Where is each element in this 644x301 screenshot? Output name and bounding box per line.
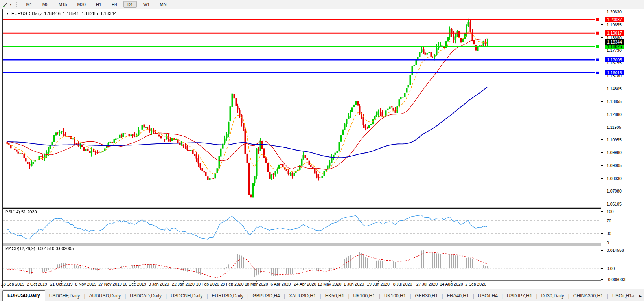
axis-tick-mark	[601, 204, 603, 204]
date-axis-label: 27 Nov 2019	[98, 282, 122, 286]
tab-uk100-h1-10[interactable]: UK100,H1	[380, 292, 410, 301]
hline-price-badge: 1.17005	[605, 57, 624, 62]
date-axis-label: 28 Feb 2020	[221, 282, 244, 286]
timeframe-button-mn[interactable]: MN	[156, 1, 171, 8]
price-axis: 1.206301.196551.186801.177301.167551.157…	[601, 9, 644, 281]
tab-usdjpy-h1-14[interactable]: USDJPY,H1	[503, 292, 536, 301]
crosshair-tool-icon[interactable]	[1, 1, 9, 7]
axis-tick-mark	[601, 63, 603, 63]
axis-tick-mark	[601, 268, 603, 269]
toolbar-grip-handle[interactable]	[16, 2, 18, 7]
tab-hk50-h1-8[interactable]: HK50,H1	[321, 292, 348, 301]
timeframe-button-h1[interactable]: H1	[92, 1, 105, 8]
price-axis-tick: 1.14805	[607, 86, 622, 91]
axis-tick-mark	[601, 243, 603, 243]
hline-price-badge: 1.20037	[605, 17, 624, 22]
date-axis-label: 19 Jun 2020	[367, 282, 390, 286]
symbol-dropdown-icon[interactable]: ▼	[6, 12, 9, 15]
tab-usdchf-daily-1[interactable]: USDCHF,Daily	[45, 292, 84, 301]
tab-eurusd-daily-0[interactable]: EURUSD,Daily	[2, 290, 45, 301]
tab-china300-h1-16[interactable]: CHINA300,H1	[569, 292, 607, 301]
rsi-axis-tick: 30	[607, 231, 611, 236]
date-axis-label: 1 Jun 2020	[344, 282, 364, 286]
timeframe-button-m5[interactable]: M5	[39, 1, 52, 8]
timeframe-button-m30[interactable]: M30	[74, 1, 90, 8]
mt4-terminal: ▾ M1M5M15M30H1H4D1W1MN ▼ EURUSD,Daily 1.…	[0, 0, 644, 301]
date-axis-label: 2 Sep 2020	[465, 282, 486, 286]
axis-tick-mark	[601, 279, 603, 280]
date-axis-label: 6 Apr 2020	[271, 282, 291, 286]
tab-usdcnh-daily-4[interactable]: USDCNH,Daily	[167, 292, 206, 301]
tab-scroll-right-icon[interactable]: ►	[638, 294, 642, 298]
ohlc-close: 1.18344	[100, 11, 117, 16]
axis-tick-mark	[601, 12, 603, 12]
tool-dropdown-caret-icon[interactable]: ▾	[10, 2, 12, 6]
price-axis-tick: 1.12880	[607, 112, 622, 117]
tab-usdcad-daily-3[interactable]: USDCAD,Daily	[126, 292, 166, 301]
date-axis-label: 3 Jan 2020	[149, 282, 169, 286]
timeframe-button-w1[interactable]: W1	[139, 1, 154, 8]
axis-tick-mark	[601, 152, 603, 153]
rsi-axis-tick: 70	[607, 218, 611, 223]
hline-price-badge: 1.16013	[605, 70, 624, 75]
timeframe-button-h4[interactable]: H4	[108, 1, 121, 8]
macd-axis-tick: -0.009003	[607, 277, 625, 281]
macd-axis-tick: 0.014556	[607, 248, 624, 253]
timeframe-buttons: M1M5M15M30H1H4D1W1MN	[21, 1, 172, 8]
ohlc-high: 1.18541	[63, 11, 79, 16]
axis-tick-mark	[601, 250, 603, 251]
price-axis-tick: 1.09005	[607, 163, 622, 168]
rsi-indicator-label: RSI(14) 51.2030	[5, 209, 37, 214]
axis-tick-mark	[601, 24, 603, 25]
timeframe-button-d1[interactable]: D1	[123, 1, 137, 8]
price-axis-tick: 1.08030	[607, 176, 622, 181]
date-axis-label: 21 Oct 2019	[50, 282, 72, 286]
macd-indicator-label: MACD(12,26,9) 0.001510 0.002005	[5, 246, 74, 251]
timeframe-button-m1[interactable]: M1	[22, 1, 36, 8]
axis-tick-mark	[601, 178, 603, 179]
tab-scroll-left-icon[interactable]: ◄	[631, 294, 635, 298]
current-price-badge: 1.18344	[605, 39, 624, 45]
chart-title: ▼ EURUSD,Daily 1.18446 1.18541 1.18285 1…	[6, 11, 117, 16]
axis-tick-mark	[601, 50, 603, 50]
date-axis-label: 13 Sep 2019	[1, 282, 24, 286]
date-axis-label: 16 Dec 2019	[123, 282, 146, 286]
axis-tick-mark	[601, 89, 603, 89]
axis-tick-mark	[601, 165, 603, 166]
date-axis-label: 24 Apr 2020	[294, 282, 316, 286]
axis-tick-mark	[601, 37, 603, 38]
tab-eurusd-daily-5[interactable]: EURUSD,Daily	[208, 292, 248, 301]
tab-gbpusd-h4-6[interactable]: GBPUSD,H4	[248, 292, 283, 301]
price-axis-tick: 1.19655	[607, 22, 622, 27]
date-axis-label: 14 Aug 2020	[440, 282, 463, 286]
axis-tick-mark	[601, 211, 603, 212]
date-axis-label: 10 Feb 2020	[196, 282, 219, 286]
chart-symbol-label: EURUSD,Daily	[11, 11, 42, 16]
price-axis-tick: 1.09980	[607, 150, 622, 155]
ohlc-low: 1.18285	[81, 11, 98, 16]
tab-audusd-daily-2[interactable]: AUDUSD,Daily	[85, 292, 125, 301]
date-axis-label: 27 Jul 2020	[416, 282, 438, 286]
ohlc-open: 1.18446	[44, 11, 61, 16]
date-axis-label: 2 Oct 2019	[27, 282, 47, 286]
price-axis-tick: 1.11905	[607, 125, 621, 130]
rsi-axis-tick: 0	[607, 240, 609, 245]
timeframe-toolbar: ▾ M1M5M15M30H1H4D1W1MN	[0, 0, 644, 9]
tab-fra40-h1-12[interactable]: FRA40,H1	[443, 292, 473, 301]
axis-tick-mark	[601, 114, 603, 114]
axis-tick-mark	[601, 76, 603, 76]
price-axis-tick: 1.07080	[607, 189, 622, 193]
axis-tick-mark	[601, 127, 603, 127]
price-axis-tick: 1.06105	[607, 202, 622, 206]
price-axis-tick: 1.10955	[607, 138, 622, 142]
axis-tick-mark	[601, 221, 603, 221]
tab-dj30-daily-15[interactable]: DJ30,Daily	[537, 292, 568, 301]
tab-ger30-h1-11[interactable]: GER30,H1	[411, 292, 442, 301]
tab-xauusd-h1-7[interactable]: XAUUSD,H1	[285, 292, 320, 301]
price-axis-tick: 1.13855	[607, 99, 622, 104]
tab-usoil-h4-13[interactable]: USOil,H4	[474, 292, 502, 301]
price-chart-canvas[interactable]	[3, 9, 601, 281]
tab-uk100-h1-9[interactable]: UK100,H1	[350, 292, 379, 301]
timeframe-button-m15[interactable]: M15	[55, 1, 71, 8]
date-axis: 13 Sep 20192 Oct 201921 Oct 20198 Nov 20…	[3, 281, 643, 288]
